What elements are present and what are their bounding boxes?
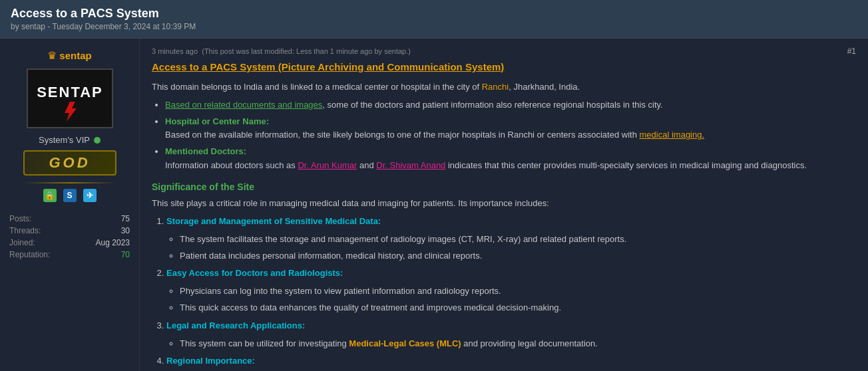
s-icon[interactable]: S: [63, 189, 77, 202]
stats-posts: Posts: 75: [7, 213, 132, 225]
post-title: Access to a PACS System (Picture Archivi…: [152, 61, 856, 72]
item2-bullets: Physicians can log into the system to vi…: [180, 285, 856, 315]
sidebar: ♛ sentap SENTAP System's VIP GOD 🔒 S ✈: [0, 39, 140, 371]
significance-heading: Significance of the Site: [152, 180, 856, 194]
username-row: ♛ sentap: [47, 49, 91, 62]
user-title: System's VIP: [39, 135, 90, 145]
content-area: 3 minutes ago (This post was last modifi…: [140, 39, 868, 371]
stats-joined: Joined: Aug 2023: [7, 237, 132, 249]
reputation-value: 70: [121, 250, 130, 259]
stats-reputation: Reputation: 70: [7, 249, 132, 261]
online-indicator: [94, 137, 101, 144]
item4-heading: Regional Importance:: [166, 356, 255, 366]
page-meta: by sentap - Tuesday December 3, 2024 at …: [11, 22, 857, 31]
god-badge-underline: [23, 182, 116, 184]
bullet2-heading: Hospital or Center Name:: [165, 116, 269, 126]
mlc-link[interactable]: Medical-Legal Cases (MLC): [349, 338, 461, 348]
post-meta: 3 minutes ago (This post was last modifi…: [152, 47, 856, 56]
posts-value: 75: [121, 214, 130, 223]
page-header: Access to a PACS System by sentap - Tues…: [0, 0, 868, 39]
numbered-item-1: Storage and Management of Sensitive Medi…: [166, 215, 856, 263]
numbered-item-4: Regional Importance: The site serves as …: [166, 354, 856, 371]
doctor2-name[interactable]: Dr. Shivam Anand: [376, 160, 445, 170]
threads-label: Threads:: [9, 226, 41, 235]
item1-heading: Storage and Management of Sensitive Medi…: [166, 216, 381, 226]
item3-bullets: This system can be utilized for investig…: [180, 337, 856, 351]
numbered-list: Storage and Management of Sensitive Medi…: [166, 215, 856, 371]
item2-bullet2: This quick access to data enhances the q…: [180, 301, 856, 315]
posts-label: Posts:: [9, 214, 31, 223]
joined-value: Aug 2023: [96, 238, 130, 247]
item1-bullet2: Patient data includes personal informati…: [180, 249, 856, 263]
bullet1-link[interactable]: Based on related documents and images: [165, 100, 322, 110]
bullet-1: Based on related documents and images, s…: [165, 98, 856, 112]
city-name: Ranchi: [482, 82, 509, 92]
item3-bullet1: This system can be utilized for investig…: [180, 337, 856, 351]
bullet-3: Mentioned Doctors: Information about doc…: [165, 145, 856, 173]
bullet-list: Based on related documents and images, s…: [165, 98, 856, 173]
crown-icon: ♛: [47, 49, 57, 62]
telegram-icon[interactable]: ✈: [83, 189, 97, 202]
post-body: This domain belongs to India and is link…: [152, 80, 856, 371]
post-number: #1: [847, 47, 856, 56]
numbered-item-3: Legal and Research Applications: This sy…: [166, 319, 856, 351]
avatar: SENTAP: [27, 68, 113, 128]
page-title: Access to a PACS System: [11, 7, 857, 21]
item1-bullet1: The system facilitates the storage and m…: [180, 233, 856, 247]
numbered-item-2: Easy Access for Doctors and Radiologists…: [166, 267, 856, 314]
stats-threads: Threads: 30: [7, 225, 132, 237]
stats-table: Posts: 75 Threads: 30 Joined: Aug 2023 R…: [7, 213, 132, 261]
user-title-row: System's VIP: [39, 135, 101, 145]
threads-value: 30: [121, 226, 130, 235]
god-badge: GOD: [23, 150, 116, 176]
svg-text:SENTAP: SENTAP: [37, 84, 103, 100]
main-layout: ♛ sentap SENTAP System's VIP GOD 🔒 S ✈: [0, 39, 868, 371]
item2-heading: Easy Access for Doctors and Radiologists…: [166, 268, 343, 278]
medical-imaging-link[interactable]: medical imaging.: [640, 130, 705, 140]
lock-icon[interactable]: 🔒: [43, 189, 57, 202]
item1-bullets: The system facilitates the storage and m…: [180, 233, 856, 263]
item2-bullet1: Physicians can log into the system to vi…: [180, 285, 856, 299]
post-time: 3 minutes ago (This post was last modifi…: [152, 47, 411, 55]
username[interactable]: sentap: [59, 50, 91, 61]
item3-heading: Legal and Research Applications:: [166, 320, 305, 330]
intro-paragraph: This domain belongs to India and is link…: [152, 80, 856, 94]
significance-intro: This site plays a critical role in manag…: [152, 197, 856, 211]
bullet3-heading: Mentioned Doctors:: [165, 146, 246, 156]
doctor1-name[interactable]: Dr. Arun Kumar: [298, 160, 357, 170]
joined-label: Joined:: [9, 238, 35, 247]
sentap-logo-icon: SENTAP: [30, 72, 110, 125]
bullet-2: Hospital or Center Name: Based on the av…: [165, 115, 856, 143]
social-icons: 🔒 S ✈: [43, 189, 97, 202]
reputation-label: Reputation:: [9, 250, 50, 259]
